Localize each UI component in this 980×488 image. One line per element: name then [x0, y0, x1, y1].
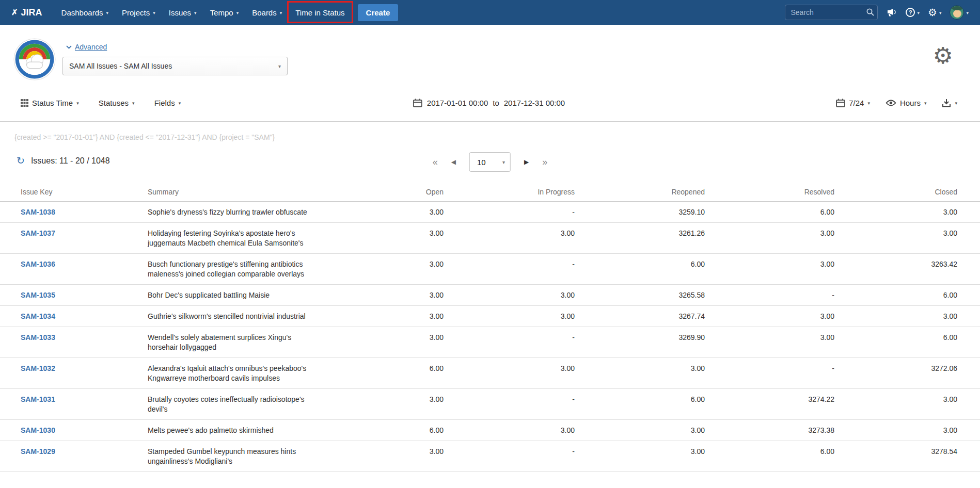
- issues-count: Issues: 11 - 20 / 1048: [31, 156, 110, 166]
- table-header-row: Issue Key Summary Open In Progress Reope…: [0, 175, 980, 202]
- cell-open: 3.00: [375, 254, 444, 285]
- cell-in-progress: -: [444, 389, 575, 420]
- cell-in-progress: 3.00: [444, 358, 575, 389]
- cell-in-progress: -: [444, 327, 575, 358]
- header-resolved: Resolved: [705, 175, 834, 202]
- jira-logo-icon: ✗: [11, 8, 18, 17]
- cell-in-progress: 3.00: [444, 223, 575, 254]
- page-size-select[interactable]: 10 ▾: [469, 152, 511, 172]
- cell-closed: 3263.42: [834, 254, 980, 285]
- issues-table-body: SAM-1038 Sophie's dryness's fizzy blurri…: [0, 202, 980, 472]
- issue-key-link[interactable]: SAM-1038: [21, 208, 55, 216]
- issue-key-link[interactable]: SAM-1034: [21, 312, 55, 320]
- chevron-down-icon: ▾: [179, 101, 181, 106]
- cell-resolved: -: [705, 358, 834, 389]
- schedule-label: 7/24: [849, 99, 864, 107]
- unit-menu[interactable]: Hours ▾: [886, 99, 927, 107]
- cell-in-progress: -: [444, 202, 575, 223]
- pagination: « ◀ 10 ▾ ▶ »: [433, 152, 548, 172]
- nav-tempo[interactable]: Tempo ▾: [203, 0, 246, 25]
- jql-query-text: {created >= "2017-01-01"} AND {created <…: [14, 133, 980, 141]
- top-navigation: ✗ JIRA Dashboards ▾ Projects ▾ Issues ▾ …: [0, 0, 980, 25]
- schedule-menu[interactable]: 7/24 ▾: [836, 99, 870, 107]
- cell-open: 3.00: [375, 223, 444, 254]
- issue-key-link[interactable]: SAM-1030: [21, 426, 55, 434]
- last-page-icon[interactable]: »: [542, 157, 547, 168]
- fields-menu[interactable]: Fields ▾: [154, 99, 181, 107]
- export-menu[interactable]: ▾: [942, 99, 957, 107]
- refresh-icon[interactable]: ↻: [17, 156, 25, 166]
- create-button[interactable]: Create: [358, 4, 399, 21]
- nav-item-label: Issues: [169, 8, 191, 17]
- issue-key-link[interactable]: SAM-1036: [21, 260, 55, 268]
- cell-reopened: 3269.90: [575, 327, 705, 358]
- app-logo[interactable]: [13, 38, 56, 80]
- chevron-down-icon: ▾: [106, 10, 108, 15]
- nav-boards[interactable]: Boards ▾: [245, 0, 289, 25]
- chevron-down-icon: [66, 45, 72, 49]
- nav-item-label: Dashboards: [61, 8, 103, 17]
- cell-in-progress: 3.00: [444, 306, 575, 327]
- chevron-down-icon: ▾: [153, 10, 155, 15]
- table-row: SAM-1030 Melts pewee's ado palmetto skir…: [0, 420, 980, 441]
- nav-projects[interactable]: Projects ▾: [115, 0, 162, 25]
- statuses-menu[interactable]: Statuses ▾: [99, 99, 135, 107]
- status-time-menu[interactable]: Status Time ▾: [21, 99, 79, 107]
- cell-closed: 3278.54: [834, 441, 980, 472]
- help-menu[interactable]: ? ▾: [906, 8, 920, 17]
- search-icon[interactable]: [866, 8, 874, 16]
- jira-logo[interactable]: ✗ JIRA: [11, 7, 42, 18]
- date-range[interactable]: 2017-01-01 00:00 to 2017-12-31 00:00: [413, 99, 565, 107]
- table-row: SAM-1029 Stampeded Gumbel keypunch measu…: [0, 441, 980, 472]
- nav-dashboards[interactable]: Dashboards ▾: [55, 0, 115, 25]
- nav-time-in-status[interactable]: Time in Status: [289, 0, 351, 25]
- cell-reopened: 3.00: [575, 420, 705, 441]
- status-time-label: Status Time: [32, 99, 73, 107]
- chevron-down-icon: ▾: [924, 101, 927, 106]
- report-toolbar: Status Time ▾ Statuses ▾ Fields ▾ 2017-0…: [21, 94, 957, 111]
- issue-key-link[interactable]: SAM-1033: [21, 333, 55, 341]
- issue-key-link[interactable]: SAM-1029: [21, 447, 55, 456]
- user-menu[interactable]: ▾: [950, 5, 969, 20]
- megaphone-icon[interactable]: [886, 8, 897, 17]
- cell-resolved: 3274.22: [705, 389, 834, 420]
- search-input[interactable]: [785, 5, 878, 20]
- settings-gear-icon[interactable]: ⚙: [933, 44, 953, 67]
- cell-open: 3.00: [375, 285, 444, 306]
- results-bar: ↻ Issues: 11 - 20 / 1048 « ◀ 10 ▾ ▶ »: [0, 152, 980, 173]
- issues-table: Issue Key Summary Open In Progress Reope…: [0, 175, 980, 472]
- issue-key-link[interactable]: SAM-1032: [21, 364, 55, 372]
- cell-in-progress: -: [444, 254, 575, 285]
- date-from: 2017-01-01 00:00: [427, 99, 488, 107]
- chevron-down-icon: ▾: [76, 101, 79, 106]
- search-box: [785, 5, 878, 20]
- prev-page-icon[interactable]: ◀: [451, 158, 456, 166]
- calendar-icon: [413, 99, 422, 107]
- nav-item-label: Time in Status: [295, 8, 344, 17]
- first-page-icon[interactable]: «: [433, 157, 438, 168]
- issue-summary: Melts pewee's ado palmetto skirmished: [148, 426, 321, 435]
- issue-key-link[interactable]: SAM-1037: [21, 229, 55, 237]
- cell-reopened: 3.00: [575, 358, 705, 389]
- nav-issues[interactable]: Issues ▾: [162, 0, 203, 25]
- cell-resolved: 3.00: [705, 223, 834, 254]
- filter-select[interactable]: SAM All Issues - SAM All Issues ▾: [62, 57, 288, 75]
- export-icon: [942, 99, 951, 107]
- chevron-down-icon: ▾: [867, 101, 870, 106]
- issue-key-link[interactable]: SAM-1031: [21, 395, 55, 403]
- issue-summary: Alexandra's Iqaluit attach's omnibus's p…: [148, 364, 321, 383]
- next-page-icon[interactable]: ▶: [524, 158, 529, 166]
- cell-reopened: 6.00: [575, 389, 705, 420]
- fields-label: Fields: [154, 99, 175, 107]
- cell-resolved: 3273.38: [705, 420, 834, 441]
- settings-menu[interactable]: ⚙ ▾: [928, 7, 941, 18]
- cell-resolved: 3.00: [705, 327, 834, 358]
- nav-right-group: ? ▾ ⚙ ▾ ▾: [785, 5, 980, 20]
- table-row: SAM-1034 Guthrie's silkworm's stencilled…: [0, 306, 980, 327]
- advanced-link[interactable]: Advanced: [66, 43, 107, 51]
- cell-closed: 3.00: [834, 223, 980, 254]
- issue-key-link[interactable]: SAM-1035: [21, 291, 55, 299]
- schedule-calendar-icon: [836, 99, 845, 107]
- cell-open: 3.00: [375, 202, 444, 223]
- cell-closed: 3272.06: [834, 358, 980, 389]
